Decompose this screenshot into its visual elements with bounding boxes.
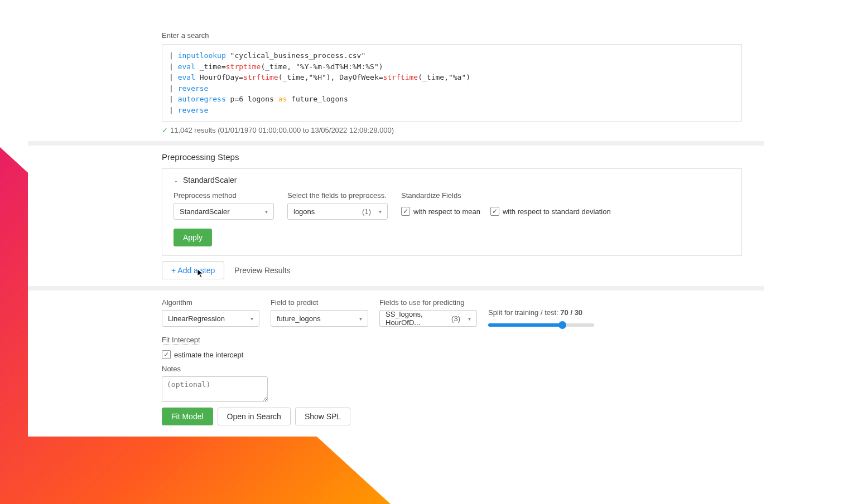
caret-down-icon: ▾ bbox=[379, 209, 382, 215]
algorithm-section: Algorithm LinearRegression ▾ Field to pr… bbox=[28, 290, 764, 437]
field-to-predict-value: future_logons bbox=[277, 314, 321, 323]
step-name: StandardScaler bbox=[183, 176, 237, 185]
caret-down-icon: ▾ bbox=[359, 316, 362, 322]
preprocess-fields-label: Select the fields to preprocess. bbox=[287, 191, 388, 200]
checkbox-mean-label: with respect to mean bbox=[413, 207, 480, 216]
algorithm-label: Algorithm bbox=[162, 298, 259, 307]
fields-to-use-value: SS_logons, HourOfD... bbox=[386, 310, 451, 327]
fit-model-button[interactable]: Fit Model bbox=[162, 408, 213, 425]
results-text: 11,042 results (01/01/1970 01:00:00.000 … bbox=[170, 126, 394, 134]
results-line: ✓11,042 results (01/01/1970 01:00:00.000… bbox=[162, 126, 742, 134]
preprocess-fields-select[interactable]: logons (1) ▾ bbox=[287, 203, 388, 220]
show-spl-button[interactable]: Show SPL bbox=[295, 408, 350, 425]
algorithm-select[interactable]: LinearRegression ▾ bbox=[162, 310, 259, 327]
preprocessing-section: Preprocessing Steps ⌄ StandardScaler Pre… bbox=[28, 146, 764, 290]
apply-button[interactable]: Apply bbox=[174, 229, 212, 246]
notes-textarea[interactable] bbox=[162, 376, 268, 402]
caret-down-icon: ▾ bbox=[468, 316, 471, 322]
standardize-fields-label: Standardize Fields bbox=[401, 191, 611, 200]
fields-to-use-select[interactable]: SS_logons, HourOfD... (3) ▾ bbox=[379, 310, 477, 327]
add-step-button[interactable]: + Add a step bbox=[162, 261, 224, 279]
fit-intercept-label: Fit Intercept bbox=[162, 336, 200, 345]
caret-down-icon: ▾ bbox=[250, 316, 253, 322]
preprocess-method-value: StandardScaler bbox=[180, 207, 230, 216]
preprocessing-title: Preprocessing Steps bbox=[162, 152, 742, 162]
checkbox-mean[interactable] bbox=[401, 207, 410, 216]
algorithm-value: LinearRegression bbox=[168, 314, 225, 323]
fields-to-use-count: (3) bbox=[451, 314, 460, 323]
search-query-box[interactable]: | inputlookup "cyclical_business_process… bbox=[162, 44, 742, 122]
checkbox-estimate-intercept-label: estimate the intercept bbox=[174, 351, 243, 359]
split-label-prefix: Split for training / test: bbox=[488, 308, 560, 317]
split-slider[interactable] bbox=[488, 320, 594, 327]
preprocessing-step-panel: ⌄ StandardScaler Preprocess method Stand… bbox=[162, 168, 742, 256]
split-value: 70 / 30 bbox=[560, 308, 582, 317]
preview-results-link[interactable]: Preview Results bbox=[234, 266, 290, 275]
field-to-predict-select[interactable]: future_logons ▾ bbox=[271, 310, 368, 327]
main-panel: Enter a search | inputlookup "cyclical_b… bbox=[28, 25, 764, 437]
caret-down-icon: ▾ bbox=[265, 209, 268, 215]
preprocess-method-select[interactable]: StandardScaler ▾ bbox=[174, 203, 274, 220]
checkbox-std[interactable] bbox=[490, 207, 499, 216]
search-label: Enter a search bbox=[162, 31, 742, 40]
open-in-search-button[interactable]: Open in Search bbox=[218, 408, 291, 425]
search-section: Enter a search | inputlookup "cyclical_b… bbox=[28, 25, 764, 146]
split-label: Split for training / test: 70 / 30 bbox=[488, 308, 594, 317]
field-to-predict-label: Field to predict bbox=[271, 298, 368, 307]
fields-to-use-label: Fields to use for predicting bbox=[379, 298, 477, 307]
notes-label: Notes bbox=[162, 365, 742, 373]
checkbox-std-label: with respect to standard deviation bbox=[503, 207, 611, 216]
chevron-down-icon: ⌄ bbox=[174, 177, 179, 184]
preprocess-method-label: Preprocess method bbox=[174, 191, 274, 200]
preprocess-fields-count: (1) bbox=[362, 207, 371, 216]
checkbox-estimate-intercept[interactable] bbox=[162, 350, 171, 359]
preprocessing-step-header[interactable]: ⌄ StandardScaler bbox=[174, 176, 730, 185]
check-icon: ✓ bbox=[162, 126, 168, 134]
preprocess-fields-value: logons bbox=[293, 207, 315, 216]
